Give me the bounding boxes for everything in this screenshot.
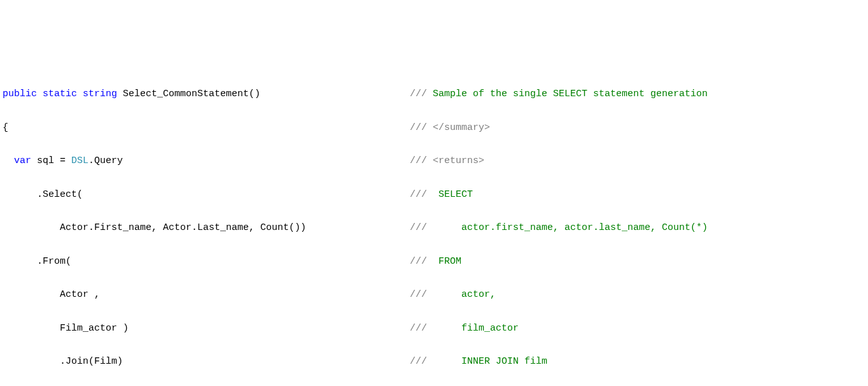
code-text: .From( [3, 256, 71, 267]
code-line: Actor.First_name, Actor.Last_name, Count… [3, 220, 865, 236]
comment-sql: FROM [438, 256, 461, 267]
comment-slash: /// [410, 222, 461, 233]
comment-tag: <returns> [433, 155, 484, 166]
keyword-var: var [14, 155, 31, 166]
keyword-string: string [83, 89, 117, 99]
comment-tag: </summary> [433, 122, 490, 133]
method-name: Select_CommonStatement() [117, 89, 260, 99]
code-line: .Select(/// SELECT [3, 187, 865, 203]
code-line: Film_actor )/// film_actor [3, 320, 865, 337]
comment-slash: /// [410, 89, 433, 99]
comment-sql: film_actor [461, 323, 519, 334]
comment-slash: /// [410, 289, 461, 300]
code-line: Actor ,/// actor, [3, 287, 865, 303]
code-text: Film_actor ) [3, 323, 129, 334]
code-text: .Select( [3, 189, 83, 200]
comment-slash: /// [410, 356, 461, 367]
comment-slash: /// [410, 256, 438, 267]
code-text: Actor , [3, 289, 100, 300]
comment-sql: INNER JOIN film [461, 356, 547, 367]
comment-sql: actor.first_name, actor.last_name, Count… [461, 222, 708, 233]
comment-sql: actor, [461, 289, 496, 300]
comment-slash: /// [410, 323, 461, 334]
code-text: .Join(Film) [3, 356, 123, 367]
code-line: .Join(Film)/// INNER JOIN film [3, 354, 865, 370]
code-line: {/// </summary> [3, 120, 865, 136]
comment-slash: /// [410, 189, 438, 200]
code-line: var sql = DSL.Query/// <returns> [3, 153, 865, 169]
code-editor: public static string Select_CommonStatem… [3, 69, 865, 386]
code-line: public static string Select_CommonStatem… [3, 86, 865, 103]
comment-slash: /// [410, 155, 433, 166]
code-line: .From(/// FROM [3, 254, 865, 270]
keyword-static: static [43, 89, 77, 99]
type-dsl: DSL [71, 155, 88, 166]
comment-sql: SELECT [438, 189, 473, 200]
comment-text: Sample of the single SELECT statement ge… [433, 89, 708, 99]
comment-slash: /// [410, 122, 433, 133]
keyword-public: public [3, 89, 37, 99]
brace-open: { [3, 122, 8, 133]
code-text: Actor.First_name, Actor.Last_name, Count… [3, 222, 306, 233]
